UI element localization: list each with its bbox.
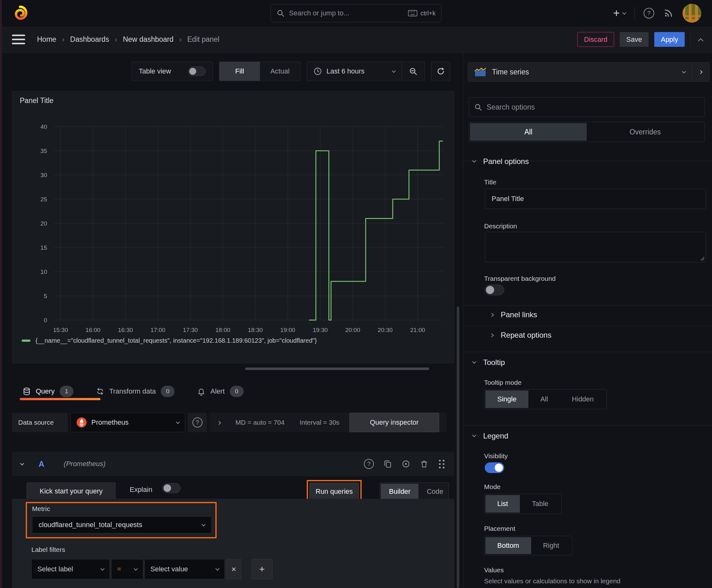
actual-option[interactable]: Actual [260, 62, 300, 81]
select-value-dropdown[interactable]: Select value [145, 559, 225, 579]
apply-button[interactable]: Apply [654, 32, 685, 47]
zoom-out-button[interactable] [402, 62, 425, 81]
chevron-down-icon [392, 69, 396, 73]
time-range-button[interactable]: Last 6 hours [307, 67, 402, 76]
tab-alert-count: 0 [230, 386, 244, 397]
tab-query[interactable]: Query 1 [23, 386, 73, 397]
svg-text:17:00: 17:00 [150, 327, 166, 333]
section-panel-options[interactable]: Panel options [473, 157, 528, 166]
visualization-picker-row: Time series [468, 62, 710, 82]
tab-all[interactable]: All [470, 123, 587, 141]
tooltip-mode-single[interactable]: Single [486, 391, 528, 408]
legend-series-label[interactable]: {__name__="cloudflared_tunnel_total_requ… [36, 337, 317, 344]
global-search-input[interactable] [289, 9, 404, 17]
svg-text:17:30: 17:30 [183, 327, 198, 333]
horizontal-resize-handle[interactable] [245, 368, 429, 370]
transparent-background-label: Transparent background [484, 275, 556, 282]
breadcrumb-dashboards[interactable]: Dashboards [70, 35, 109, 44]
metric-select[interactable]: cloudflared_tunnel_total_requests [32, 517, 212, 533]
search-shortcut-label: ctrl+k [420, 10, 435, 17]
legend-placement-bottom[interactable]: Bottom [486, 537, 531, 554]
section-panel-links[interactable]: Panel links [490, 310, 537, 319]
panel-description-textarea[interactable] [485, 232, 706, 262]
user-avatar[interactable] [683, 4, 701, 23]
breadcrumb-new-dashboard[interactable]: New dashboard [123, 35, 173, 44]
interval: Interval = 30s [300, 419, 339, 426]
add-new-button[interactable]: + [613, 7, 626, 19]
legend-values-label: Values [484, 566, 504, 574]
fill-option[interactable]: Fill [219, 62, 260, 81]
table-view-toggle[interactable] [188, 67, 206, 76]
drag-handle-icon[interactable] [438, 459, 446, 469]
options-search-input[interactable] [487, 103, 699, 111]
help-icon: ? [192, 417, 202, 427]
grafana-logo-icon[interactable] [12, 5, 28, 21]
run-queries-button[interactable]: Run queries [309, 483, 359, 500]
disable-query-button[interactable] [402, 460, 410, 468]
explain-toggle[interactable] [162, 483, 180, 493]
vertical-scrollbar[interactable] [457, 306, 459, 588]
legend-values-help: Select values or calculations to show in… [484, 577, 620, 585]
svg-text:19:30: 19:30 [313, 327, 328, 333]
tooltip-mode-all[interactable]: All [528, 391, 560, 408]
legend-placement-right[interactable]: Right [531, 537, 571, 554]
help-button[interactable]: ? [644, 8, 654, 19]
tooltip-mode-switch: Single All Hidden [484, 389, 607, 409]
chevron-down-icon [682, 69, 686, 74]
options-search[interactable] [469, 97, 705, 117]
legend-mode-table[interactable]: Table [520, 495, 560, 512]
legend-visibility-toggle[interactable] [485, 462, 504, 473]
remove-filter-button[interactable]: × [226, 559, 241, 579]
legend-series-swatch[interactable] [22, 339, 30, 342]
news-rss-button[interactable] [663, 8, 674, 19]
builder-option[interactable]: Builder [381, 484, 418, 499]
global-search[interactable]: ctrl+k [271, 4, 442, 22]
delete-query-button[interactable] [420, 460, 429, 468]
chevron-right-icon [217, 421, 221, 425]
collapse-header-icon[interactable] [698, 38, 704, 43]
query-inspector-button[interactable]: Query inspector [349, 413, 439, 432]
svg-text:20:00: 20:00 [345, 327, 360, 333]
menu-toggle-button[interactable] [12, 35, 26, 44]
section-tooltip[interactable]: Tooltip [473, 358, 505, 367]
legend-mode-switch: List Table [484, 494, 562, 514]
datasource-help-button[interactable]: ? [188, 413, 207, 432]
operator-dropdown[interactable]: = [111, 559, 143, 579]
datasource-picker[interactable]: Prometheus [70, 413, 185, 432]
tooltip-mode-label: Tooltip mode [484, 379, 521, 386]
query-options-bar[interactable]: MD = auto = 704 Interval = 30s Query ins… [209, 413, 447, 432]
preview-toolbar: Table view Fill Actual Last 6 hours [132, 62, 450, 81]
resize-handle-icon[interactable] [700, 256, 705, 261]
tab-alert[interactable]: Alert 0 [197, 386, 243, 397]
chart-legend: {__name__="cloudflared_tunnel_total_requ… [22, 337, 317, 344]
breadcrumb-bar: Home › Dashboards › New dashboard › Edit… [0, 26, 712, 53]
chevron-down-icon [472, 360, 476, 364]
divider [463, 352, 712, 352]
tab-transform-data[interactable]: Transform data 0 [96, 386, 175, 397]
time-range-picker: Last 6 hours [307, 62, 425, 81]
editor-tabs: Query 1 Transform data 0 Alert 0 [12, 379, 454, 403]
top-nav: ctrl+k + ? [0, 0, 712, 26]
legend-mode-list[interactable]: List [486, 495, 520, 512]
select-label-dropdown[interactable]: Select label [31, 559, 110, 579]
add-filter-button[interactable]: + [252, 559, 273, 579]
refresh-button[interactable] [431, 62, 450, 81]
query-help-button[interactable]: ? [364, 459, 374, 469]
collapse-query-icon[interactable] [20, 461, 24, 465]
panel-title-input[interactable] [485, 189, 706, 209]
section-legend[interactable]: Legend [473, 432, 508, 440]
panel-title[interactable]: Panel Title [20, 97, 53, 105]
collapse-options-pane-button[interactable] [692, 62, 710, 82]
time-series-chart[interactable]: 051015202530354015:3016:0016:3017:0017:3… [19, 119, 447, 339]
breadcrumb-home[interactable]: Home [37, 35, 56, 44]
section-repeat-options[interactable]: Repeat options [490, 331, 551, 339]
save-button[interactable]: Save [620, 32, 649, 47]
code-option[interactable]: Code [418, 484, 451, 499]
tooltip-mode-hidden[interactable]: Hidden [560, 391, 606, 408]
transparent-background-toggle[interactable] [485, 285, 504, 295]
visualization-picker[interactable]: Time series [468, 62, 692, 82]
tab-overrides[interactable]: Overrides [587, 123, 704, 141]
discard-button[interactable]: Discard [577, 32, 614, 47]
kick-start-query-button[interactable]: Kick start your query [27, 482, 115, 500]
duplicate-query-button[interactable] [383, 460, 392, 468]
